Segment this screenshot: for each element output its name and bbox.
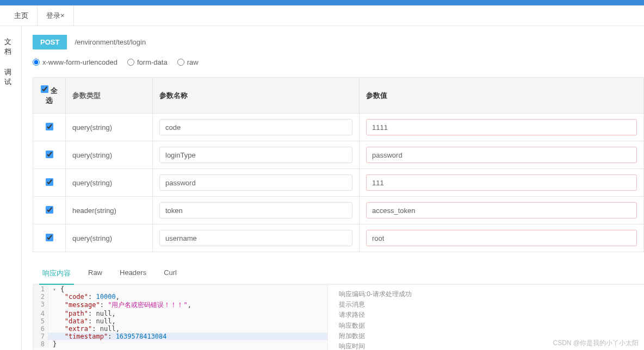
endpoint-row: POST /environment/test/login bbox=[33, 35, 644, 49]
http-method-badge: POST bbox=[33, 35, 67, 49]
select-all-checkbox[interactable] bbox=[41, 85, 48, 93]
window-titlebar bbox=[0, 0, 644, 5]
response-area: 1▾{ 2 "code": 10000, 3 "message": "用户名或密… bbox=[33, 285, 644, 350]
table-row: header(string) bbox=[33, 197, 644, 224]
radio-raw-input[interactable] bbox=[177, 59, 184, 66]
info-path: 请求路径 bbox=[339, 310, 633, 320]
row-param-type: query(string) bbox=[66, 114, 153, 141]
response-code: 1▾{ 2 "code": 10000, 3 "message": "用户名或密… bbox=[33, 285, 328, 350]
resp-tab-content[interactable]: 响应内容 bbox=[39, 263, 74, 285]
param-value-input[interactable] bbox=[366, 147, 637, 163]
watermark: CSDN @你是我的小丫小太阳 bbox=[553, 339, 639, 348]
param-name-input[interactable] bbox=[159, 147, 352, 163]
param-value-input[interactable] bbox=[366, 202, 637, 218]
radio-raw[interactable]: raw bbox=[177, 58, 199, 66]
main-panel: POST /environment/test/login x-www-form-… bbox=[22, 26, 644, 350]
tab-login[interactable]: 登录× bbox=[38, 5, 74, 26]
radio-formdata[interactable]: form-data bbox=[127, 58, 168, 66]
info-message: 提示消息 bbox=[339, 299, 633, 310]
row-checkbox[interactable] bbox=[46, 234, 53, 241]
row-checkbox[interactable] bbox=[46, 151, 53, 158]
tab-home[interactable]: 主页 bbox=[5, 5, 38, 26]
row-checkbox[interactable] bbox=[46, 206, 53, 214]
param-name-input[interactable] bbox=[159, 119, 352, 135]
param-value-input[interactable] bbox=[366, 230, 637, 246]
info-data: 响应数据 bbox=[339, 321, 633, 331]
radio-urlencoded-input[interactable] bbox=[33, 59, 40, 66]
sidebar: 文档 调试 bbox=[0, 26, 22, 350]
info-code: 响应编码:0-请求处理成功 bbox=[339, 289, 633, 299]
param-name-input[interactable] bbox=[159, 230, 352, 246]
resp-tab-raw[interactable]: Raw bbox=[85, 263, 106, 284]
radio-formdata-input[interactable] bbox=[127, 59, 134, 66]
col-param-value: 参数值 bbox=[360, 78, 644, 114]
resp-tab-curl[interactable]: Curl bbox=[160, 263, 180, 284]
endpoint-path: /environment/test/login bbox=[67, 35, 153, 49]
tab-login-label: 登录 bbox=[46, 11, 60, 20]
row-param-type: query(string) bbox=[66, 169, 153, 197]
table-row: query(string) bbox=[33, 224, 644, 252]
param-value-input[interactable] bbox=[366, 119, 637, 135]
row-param-type: query(string) bbox=[66, 224, 153, 252]
resp-tab-headers[interactable]: Headers bbox=[116, 263, 150, 284]
response-tabs: 响应内容 Raw Headers Curl bbox=[33, 263, 644, 285]
col-select: 全选 bbox=[33, 78, 66, 114]
col-param-type: 参数类型 bbox=[66, 78, 153, 114]
table-row: query(string) bbox=[33, 114, 644, 141]
row-checkbox[interactable] bbox=[46, 123, 53, 130]
col-param-name: 参数名称 bbox=[153, 78, 360, 114]
row-param-type: header(string) bbox=[66, 197, 153, 224]
table-row: query(string) bbox=[33, 169, 644, 197]
param-name-input[interactable] bbox=[159, 202, 352, 218]
close-icon[interactable]: × bbox=[60, 11, 65, 20]
body-type-selector: x-www-form-urlencoded form-data raw bbox=[33, 58, 644, 66]
row-checkbox[interactable] bbox=[46, 178, 53, 186]
sidebar-item-debug[interactable]: 调试 bbox=[0, 62, 21, 92]
row-param-type: query(string) bbox=[66, 141, 153, 169]
param-name-input[interactable] bbox=[159, 174, 352, 191]
table-row: query(string) bbox=[33, 141, 644, 169]
radio-urlencoded[interactable]: x-www-form-urlencoded bbox=[33, 58, 117, 66]
param-value-input[interactable] bbox=[366, 174, 637, 191]
sidebar-item-docs[interactable]: 文档 bbox=[0, 32, 21, 62]
params-table: 全选 参数类型 参数名称 参数值 query(string)query(stri… bbox=[33, 77, 644, 252]
fold-icon[interactable]: ▾ bbox=[53, 286, 58, 292]
page-tabs: 主页 登录× bbox=[0, 5, 644, 26]
